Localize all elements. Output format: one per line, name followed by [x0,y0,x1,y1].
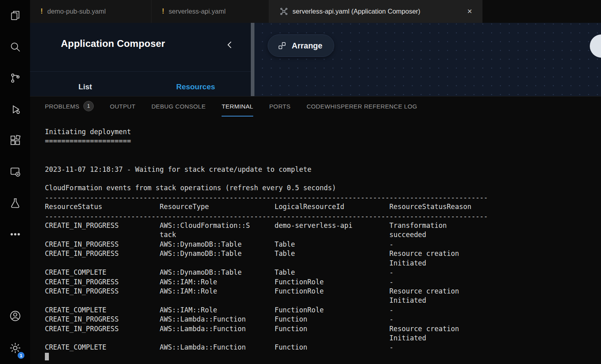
composer-tab-list[interactable]: List [30,77,141,96]
activity-bar-source-control[interactable] [0,62,30,94]
activity-bar-testing[interactable] [0,187,30,219]
tab-serverless-api[interactable]: ! serverless-api.yaml [151,0,269,23]
arrange-label: Arrange [292,41,323,50]
activity-bar: 1 [0,0,30,364]
panel-tab-codewhisperer-log[interactable]: CODEWHISPERER REFERENCE LOG [307,97,417,117]
composer-tab-resources[interactable]: Resources [141,77,251,96]
panel-tab-ports[interactable]: PORTS [269,97,290,117]
extensions-icon [9,135,21,147]
settings-badge: 1 [17,351,25,360]
activity-bar-settings[interactable]: 1 [0,332,30,364]
more-icon [9,228,21,240]
panel-tab-terminal[interactable]: TERMINAL [222,97,253,117]
composer-title: Application Composer [61,38,165,49]
tab-bar-filler [482,0,601,23]
activity-bar-extensions[interactable] [0,125,30,156]
remote-explorer-icon [9,166,21,178]
composer-scrollbar[interactable] [251,23,254,96]
terminal-cursor [45,353,49,360]
activity-bar-bottom: 1 [0,300,30,364]
tab-label: demo-pub-sub.yaml [47,8,106,15]
panel-tab-debug-console[interactable]: DEBUG CONSOLE [151,97,206,117]
source-control-icon [9,72,21,84]
tab-label: serverless-api.yaml (Application Compose… [292,8,420,15]
canvas-floating-button[interactable] [590,34,601,58]
tab-label: serverless-api.yaml [169,8,226,15]
activity-bar-remote-explorer[interactable] [0,156,30,187]
composer-tabs: List Resources [30,72,251,96]
tab-serverless-api-composer[interactable]: serverless-api.yaml (Application Compose… [269,0,482,23]
terminal-output[interactable]: Initiating deployment ==================… [30,117,601,362]
activity-bar-accounts[interactable] [0,300,30,332]
composer-canvas[interactable]: Arrange [254,23,601,96]
search-icon [9,41,21,53]
panel-tab-output[interactable]: OUTPUT [110,97,135,117]
arrange-icon [278,41,286,50]
explorer-icon [9,10,21,22]
editor-tab-bar: ! demo-pub-sub.yaml ! serverless-api.yam… [30,0,601,23]
application-composer-icon [280,7,288,16]
activity-bar-search[interactable] [0,31,30,62]
bottom-panel: PROBLEMS 1 OUTPUT DEBUG CONSOLE TERMINAL… [30,96,601,364]
problems-badge: 1 [83,101,94,111]
accounts-icon [9,310,22,322]
vscode-window: 1 ! demo-pub-sub.yaml ! serverless-api.y… [0,0,601,364]
yaml-warning-icon: ! [40,7,43,16]
close-icon[interactable]: ✕ [466,7,474,16]
application-composer-panel: Application Composer List Resources [30,23,254,96]
activity-bar-more[interactable] [0,219,30,250]
run-debug-icon [9,103,21,115]
activity-bar-run-debug[interactable] [0,94,30,125]
testing-icon [9,197,21,209]
arrange-button[interactable]: Arrange [268,34,334,57]
editor-area: Application Composer List Resources Arra… [30,23,601,96]
yaml-warning-icon: ! [162,7,164,16]
tab-demo-pub-sub[interactable]: ! demo-pub-sub.yaml [30,0,151,23]
activity-bar-explorer[interactable] [0,0,30,31]
panel-tab-problems[interactable]: PROBLEMS 1 [45,97,94,117]
panel-tab-bar: PROBLEMS 1 OUTPUT DEBUG CONSOLE TERMINAL… [30,97,601,117]
collapse-chevron-icon[interactable] [225,40,235,50]
